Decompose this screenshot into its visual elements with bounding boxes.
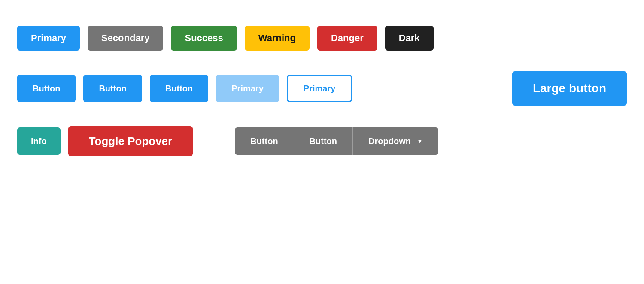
misc-buttons-row: Info Toggle Popover Button Button Dropdo… bbox=[17, 126, 627, 156]
chevron-down-icon: ▼ bbox=[417, 138, 423, 144]
primary-button[interactable]: Primary bbox=[17, 26, 80, 51]
success-button[interactable]: Success bbox=[171, 26, 237, 51]
variant-buttons-row: Primary Secondary Success Warning Danger… bbox=[17, 26, 627, 51]
primary-light-button[interactable]: Primary bbox=[216, 75, 279, 102]
button-sm-2[interactable]: Button bbox=[83, 75, 142, 102]
button-group: Button Button Dropdown ▼ bbox=[235, 127, 438, 155]
toggle-popover-button[interactable]: Toggle Popover bbox=[68, 126, 193, 156]
primary-outline-button[interactable]: Primary bbox=[287, 75, 352, 102]
danger-button[interactable]: Danger bbox=[317, 26, 377, 51]
info-button[interactable]: Info bbox=[17, 127, 61, 155]
button-sm-1[interactable]: Button bbox=[17, 75, 76, 102]
large-button[interactable]: Large button bbox=[512, 71, 627, 106]
size-buttons-row: Button Button Button Primary Primary Lar… bbox=[17, 71, 627, 106]
group-dropdown-button[interactable]: Dropdown ▼ bbox=[353, 127, 438, 155]
button-sm-3[interactable]: Button bbox=[150, 75, 208, 102]
group-button-2[interactable]: Button bbox=[294, 127, 353, 155]
group-button-1[interactable]: Button bbox=[235, 127, 294, 155]
dark-button[interactable]: Dark bbox=[385, 26, 434, 51]
secondary-button[interactable]: Secondary bbox=[88, 26, 164, 51]
warning-button[interactable]: Warning bbox=[245, 26, 310, 51]
